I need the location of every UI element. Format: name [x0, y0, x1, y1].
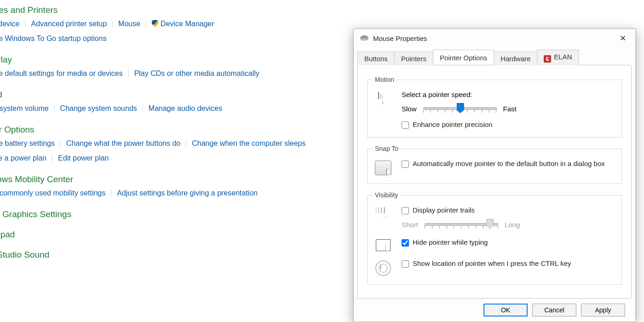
pointer-speed-slider[interactable] [423, 103, 497, 114]
control-panel-link[interactable]: Edit power plan [58, 154, 109, 162]
hide-while-typing-checkbox[interactable]: Hide pointer while typing [402, 238, 616, 247]
control-panel-link[interactable]: Choose a power plan [0, 154, 46, 162]
motion-group: Motion Select a pointer speed: Slow Fast [367, 76, 622, 138]
category-title[interactable]: Windows Mobility Center [0, 174, 354, 185]
link-separator [146, 20, 146, 28]
short-label: Short [402, 221, 418, 229]
control-panel-link[interactable]: Change Windows To Go startup options [0, 34, 107, 42]
dialog-titlebar[interactable]: Mouse Properties ✕ [354, 29, 635, 47]
fast-label: Fast [503, 105, 517, 113]
trails-length-slider [425, 219, 498, 230]
category-title[interactable]: Intel® Graphics Settings [0, 209, 354, 220]
long-label: Long [505, 221, 520, 229]
link-separator [186, 140, 186, 147]
pointer-options-panel: Motion Select a pointer speed: Slow Fast [357, 66, 632, 299]
category-title[interactable]: Touchpad [0, 229, 354, 240]
category-title[interactable]: Power Options [0, 124, 354, 135]
control-panel-link[interactable]: Add a device [0, 20, 20, 28]
link-separator [143, 105, 143, 112]
ctrl-locate-checkbox[interactable]: Show location of pointer when I press th… [402, 259, 616, 268]
control-panel-link[interactable]: Change system sounds [60, 104, 137, 112]
category-title[interactable]: Sound [0, 89, 354, 100]
tab-pointers[interactable]: Pointers [394, 52, 433, 65]
tab-pointer-options[interactable]: Pointer Options [433, 50, 494, 65]
enhance-precision-checkbox[interactable]: Enhance pointer precision [402, 121, 616, 129]
snap-to-group: Snap To Automatically move pointer to th… [367, 145, 622, 184]
snap-legend: Snap To [373, 145, 400, 152]
control-panel-link[interactable]: Change battery settings [0, 139, 55, 147]
category-title[interactable]: Devices and Printers [0, 5, 354, 16]
display-trails-checkbox[interactable]: Display pointer trails [402, 206, 616, 214]
mouse-properties-dialog: Mouse Properties ✕ ButtonsPointersPointe… [353, 29, 636, 322]
control-panel-categories: Devices and PrintersAdd a deviceAdvanced… [0, 0, 354, 262]
shield-icon [152, 20, 158, 27]
pointer-speed-icon [378, 92, 388, 104]
link-separator [60, 140, 61, 147]
category-title[interactable]: DTS Studio Sound [0, 249, 354, 260]
link-separator [112, 20, 113, 28]
control-panel-link[interactable]: Change what the power buttons do [66, 139, 180, 147]
control-panel-link[interactable]: Device Manager [152, 20, 214, 28]
control-panel-link[interactable]: Advanced printer setup [31, 20, 107, 28]
control-panel-link[interactable]: Mouse [118, 20, 140, 28]
link-separator [52, 155, 52, 162]
elan-icon: E [544, 55, 551, 63]
apply-button[interactable]: Apply [581, 304, 625, 316]
control-panel-link[interactable]: Adjust settings before giving a presenta… [117, 189, 258, 197]
dialog-title: Mouse Properties [373, 34, 427, 42]
pointer-speed-label: Select a pointer speed: [402, 91, 616, 98]
control-panel-link[interactable]: Play CDs or other media automatically [134, 69, 259, 77]
category-title[interactable]: AutoPlay [0, 54, 354, 65]
ctrl-locate-icon [375, 260, 391, 276]
tab-hardware[interactable]: Hardware [494, 52, 537, 65]
snap-to-checkbox[interactable]: Automatically move pointer to the defaul… [402, 160, 616, 168]
tab-elan[interactable]: EELAN [537, 50, 579, 65]
snap-to-icon [375, 161, 391, 175]
ok-button[interactable]: OK [483, 304, 528, 316]
control-panel-link[interactable]: Adjust commonly used mobility settings [0, 189, 105, 197]
motion-legend: Motion [373, 76, 396, 83]
close-icon[interactable]: ✕ [614, 31, 632, 45]
link-separator [128, 70, 129, 77]
dialog-button-bar: OK Cancel Apply [357, 300, 632, 320]
slow-label: Slow [402, 105, 417, 113]
visibility-legend: Visibility [373, 191, 400, 199]
visibility-group: Visibility Display pointer trails Short [367, 191, 622, 285]
dialog-tabs: ButtonsPointersPointer OptionsHardwareEE… [357, 50, 632, 65]
pointer-trails-icon [376, 207, 391, 219]
control-panel-link[interactable]: Adjust system volume [0, 104, 49, 112]
control-panel-link[interactable]: Change default settings for media or dev… [0, 69, 123, 77]
mouse-icon [360, 35, 368, 41]
link-separator [54, 105, 55, 112]
hide-typing-icon [376, 239, 391, 251]
control-panel-link[interactable]: Change when the computer sleeps [192, 139, 305, 147]
control-panel-link[interactable]: Manage audio devices [149, 104, 222, 112]
link-separator [111, 190, 111, 197]
cancel-button[interactable]: Cancel [532, 304, 576, 316]
tab-buttons[interactable]: Buttons [357, 52, 395, 65]
link-separator [25, 20, 26, 28]
